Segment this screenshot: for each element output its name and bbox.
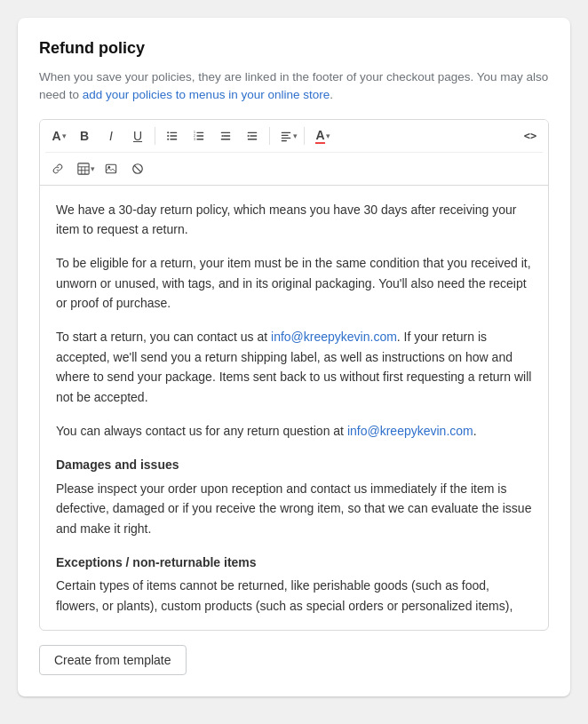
unordered-list-icon (166, 130, 179, 142)
image-icon (105, 163, 117, 175)
font-size-arrow-icon: ▾ (62, 131, 67, 140)
italic-icon: I (109, 129, 113, 143)
svg-rect-7 (196, 135, 203, 136)
font-size-icon: A (52, 129, 60, 143)
indent-increase-btn[interactable] (240, 123, 265, 148)
svg-rect-14 (221, 139, 231, 139)
svg-rect-1 (170, 135, 177, 136)
content-p4: You can always contact us for any return… (56, 421, 532, 441)
description-suffix: . (330, 88, 333, 101)
svg-rect-18 (248, 139, 258, 139)
policies-link[interactable]: add your policies to menus in your onlin… (83, 88, 330, 101)
text-color-arrow-icon: ▾ (326, 131, 330, 140)
svg-rect-29 (106, 164, 115, 173)
editor-container: A ▾ B I U (39, 119, 549, 631)
svg-rect-16 (248, 131, 258, 132)
svg-point-4 (167, 134, 169, 136)
email-link-1[interactable]: info@kreepykevin.com (271, 330, 397, 344)
separator-1 (155, 127, 155, 145)
heading-exceptions: Exceptions / non-returnable items (56, 553, 532, 572)
underline-btn[interactable]: U (125, 123, 150, 148)
policy-card: Refund policy When you save your policie… (18, 18, 570, 696)
page-title: Refund policy (39, 39, 549, 58)
content-p1: We have a 30-day return policy, which me… (56, 200, 532, 240)
indent-increase-icon (246, 130, 258, 142)
content-p3: To start a return, you can contact us at… (56, 327, 532, 407)
toolbar-row-1: A ▾ B I U (45, 123, 543, 148)
ordered-list-icon: 1 2 3 (193, 130, 205, 142)
italic-btn[interactable]: I (99, 123, 123, 148)
heading-damages: Damages and issues (56, 455, 532, 474)
ordered-list-btn[interactable]: 1 2 3 (187, 123, 211, 148)
block-icon (131, 163, 144, 175)
align-btn[interactable]: ▾ (274, 123, 299, 148)
svg-line-32 (134, 165, 140, 171)
email-link-2[interactable]: info@kreepykevin.com (347, 424, 473, 438)
image-btn[interactable] (99, 156, 123, 181)
separator-3 (304, 127, 305, 145)
font-size-btn[interactable]: A ▾ (45, 123, 70, 148)
svg-marker-19 (248, 134, 250, 137)
content-p5: Please inspect your order upon reception… (56, 479, 532, 538)
description-text: When you save your policies, they are li… (39, 68, 549, 105)
separator-2 (269, 127, 270, 145)
svg-rect-8 (196, 139, 203, 139)
svg-rect-23 (281, 139, 286, 140)
svg-rect-6 (196, 131, 203, 132)
table-icon (77, 163, 90, 175)
underline-icon: U (133, 129, 142, 143)
block-btn[interactable] (125, 156, 150, 181)
svg-point-3 (167, 131, 169, 133)
table-arrow-icon: ▾ (91, 164, 95, 173)
align-arrow-icon: ▾ (293, 131, 298, 140)
unordered-list-btn[interactable] (160, 123, 185, 148)
svg-rect-2 (170, 139, 177, 139)
content-editor[interactable]: We have a 30-day return policy, which me… (40, 186, 548, 630)
svg-rect-17 (250, 135, 257, 136)
svg-rect-20 (281, 131, 290, 132)
link-btn[interactable] (45, 156, 70, 181)
bold-btn[interactable]: B (72, 123, 97, 148)
table-btn[interactable]: ▾ (72, 156, 97, 181)
svg-rect-22 (281, 137, 290, 138)
svg-rect-12 (221, 131, 231, 132)
toolbar-row-2: ▾ (45, 152, 543, 181)
text-color-btn[interactable]: A ▾ (309, 123, 334, 148)
svg-rect-13 (223, 135, 230, 136)
svg-point-5 (167, 138, 169, 139)
source-code-btn[interactable]: <> (518, 123, 543, 148)
indent-decrease-btn[interactable] (213, 123, 238, 148)
content-p6: Certain types of items cannot be returne… (56, 576, 532, 616)
toolbar: A ▾ B I U (40, 120, 548, 186)
link-icon (52, 163, 64, 175)
svg-text:3: 3 (194, 137, 195, 140)
svg-rect-21 (281, 134, 288, 135)
align-icon (280, 130, 292, 142)
text-color-icon: A (315, 128, 324, 144)
svg-rect-24 (77, 163, 88, 173)
content-p2: To be eligible for a return, your item m… (56, 253, 532, 313)
create-from-template-button[interactable]: Create from template (39, 645, 187, 675)
bold-icon: B (80, 129, 89, 143)
svg-rect-0 (170, 131, 177, 132)
indent-decrease-icon (219, 130, 232, 142)
svg-marker-15 (221, 134, 224, 137)
